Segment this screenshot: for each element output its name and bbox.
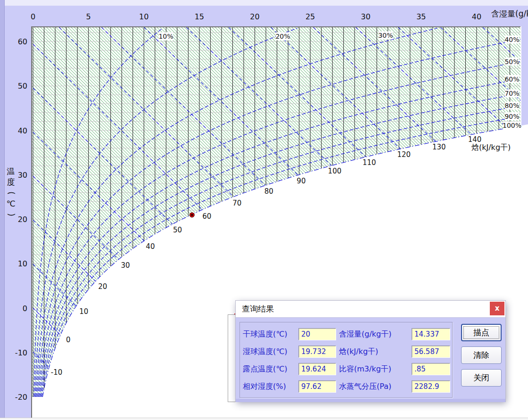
y-axis-title-char: ) [6, 210, 16, 220]
y-tick-label: 10 [7, 259, 27, 268]
enthalpy-label: 60 [202, 212, 211, 221]
enthalpy-label: 100 [328, 167, 342, 175]
field-value[interactable]: 20 [298, 328, 336, 340]
field-label: 湿球温度(℃) [243, 347, 296, 357]
field-label: 比容(m3/kg干) [339, 364, 409, 374]
enthalpy-label: 90 [297, 177, 305, 185]
field-value[interactable]: 56.587 [412, 346, 450, 358]
rh-label: 70% [504, 90, 519, 97]
x-tick-label: 10 [133, 12, 154, 21]
field-label: 焓(kJ/kg干) [339, 347, 409, 357]
query-result-dialog: 查询结果 x 干球温度(℃)20含湿量(g/kg干)14.337湿球温度(℃)1… [236, 301, 505, 402]
fields-groupbox: 干球温度(℃)20含湿量(g/kg干)14.337湿球温度(℃)19.732焓(… [239, 322, 453, 398]
bottom-strip [0, 418, 528, 420]
dialog-body: 干球温度(℃)20含湿量(g/kg干)14.337湿球温度(℃)19.732焓(… [236, 318, 505, 402]
rh-label: 80% [504, 102, 519, 109]
enthalpy-label: 80 [264, 187, 273, 196]
field-label: 干球温度(℃) [243, 329, 296, 339]
field-value[interactable]: 97.62 [298, 380, 336, 393]
rh-label: 90% [504, 113, 519, 120]
enthalpy-label: 70 [232, 199, 241, 207]
enthalpy-axis-title: 焓(kJ/kg干) [471, 143, 511, 152]
close-icon: x [495, 304, 500, 313]
x-tick-label: 25 [300, 12, 321, 21]
y-tick-label: -10 [7, 348, 27, 357]
x-tick-label: 40 [466, 12, 487, 21]
rh-label: 100% [503, 122, 521, 129]
close-dialog-button[interactable]: 关闭 [461, 369, 502, 387]
y-tick-label: 60 [7, 37, 27, 46]
rh-label: 20% [275, 33, 290, 40]
enthalpy-label: 10 [79, 307, 88, 316]
x-tick-label: 35 [411, 12, 431, 21]
y-tick-label: 0 [7, 304, 27, 313]
rh-label: 40% [504, 36, 519, 43]
x-tick-label: 5 [78, 12, 99, 21]
rh-label: 60% [504, 75, 519, 83]
rh-label: 10% [158, 33, 173, 40]
enthalpy-label: 30 [121, 261, 130, 270]
enthalpy-label: -10 [51, 368, 63, 377]
field-value[interactable]: .85 [412, 363, 450, 375]
enthalpy-label: 40 [146, 242, 155, 251]
x-tick-label: 0 [23, 12, 43, 21]
plot-point-button[interactable]: 描点 [461, 324, 502, 341]
dialog-titlebar[interactable]: 查询结果 x [236, 301, 505, 318]
field-value[interactable]: 14.337 [412, 328, 450, 340]
field-value[interactable]: 19.624 [298, 363, 336, 375]
field-label: 露点温度(℃) [243, 364, 296, 374]
y-tick-label: 40 [7, 126, 27, 135]
y-axis-title-char: ( [6, 188, 16, 198]
y-axis-title: 温度(℃) [6, 166, 16, 220]
field-value[interactable]: 19.732 [298, 346, 336, 358]
x-tick-label: 20 [245, 12, 265, 21]
y-tick-label: -20 [7, 393, 27, 402]
close-button[interactable]: x [490, 302, 504, 315]
enthalpy-label: 130 [432, 143, 446, 151]
x-tick-label: 15 [189, 12, 210, 21]
x-axis-title: 含湿量(g/kg干) [491, 8, 528, 19]
dialog-title: 查询结果 [242, 301, 274, 317]
field-label: 含湿量(g/kg干) [339, 329, 409, 339]
clear-button[interactable]: 清除 [461, 346, 502, 364]
enthalpy-label: 20 [98, 282, 107, 291]
rh-label: 50% [504, 58, 519, 66]
enthalpy-label: 0 [66, 336, 71, 344]
field-label: 相对湿度(%) [243, 382, 296, 392]
enthalpy-label: 50 [173, 226, 182, 234]
field-value[interactable]: 2282.9 [412, 380, 450, 393]
button-column: 描点清除关闭 [461, 324, 502, 387]
y-axis-title-char: 度 [6, 177, 16, 188]
app-window: 10%20%30%40%50%60%70%80%90%100%-10010203… [0, 0, 528, 420]
rh-label: 30% [378, 32, 393, 39]
y-tick-label: 50 [7, 82, 27, 91]
x-tick-label: 30 [355, 12, 376, 21]
enthalpy-label: 120 [397, 150, 411, 159]
y-axis-title-char: ℃ [6, 198, 16, 209]
field-label: 水蒸气分压(Pa) [339, 382, 409, 392]
enthalpy-label: 110 [363, 158, 376, 167]
y-axis-title-char: 温 [6, 166, 16, 177]
